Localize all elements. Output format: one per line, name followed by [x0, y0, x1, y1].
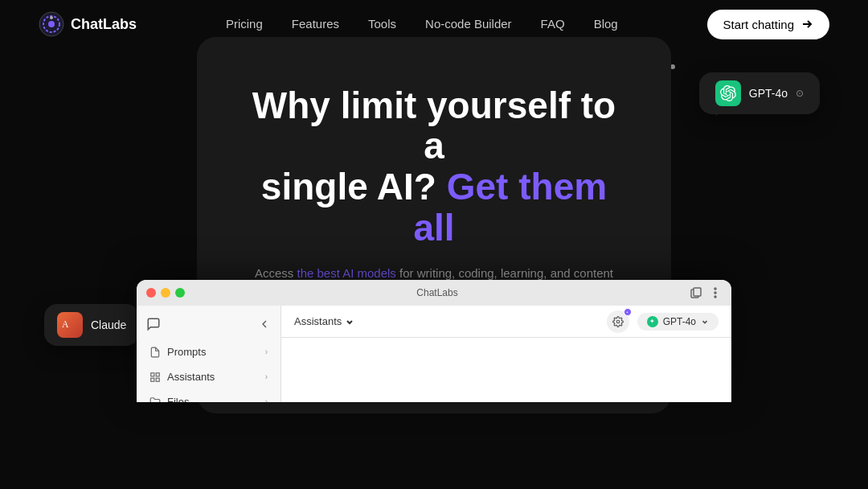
claude-icon: A — [57, 312, 83, 338]
nav-faq[interactable]: FAQ — [541, 17, 565, 31]
assistants-tab[interactable]: Assistants — [294, 315, 354, 327]
gpt-icon — [715, 80, 741, 106]
gpt-model-selector[interactable]: ✦ GPT-4o — [637, 313, 719, 331]
nav-links: Pricing Features Tools No-code Builder F… — [226, 17, 618, 31]
logo[interactable]: ChatLabs — [39, 11, 137, 37]
gpt-expand-icon: ⊙ — [796, 88, 804, 99]
svg-point-9 — [714, 296, 716, 298]
svg-point-7 — [714, 288, 716, 290]
files-icon — [149, 397, 161, 403]
svg-text:A: A — [62, 319, 69, 330]
files-chevron: › — [265, 397, 268, 402]
navbar: ChatLabs Pricing Features Tools No-code … — [0, 0, 868, 48]
close-button[interactable] — [146, 288, 156, 298]
model-chevron-icon — [701, 318, 709, 326]
app-content — [281, 338, 731, 402]
gpt-status-dot: ✦ — [647, 316, 658, 327]
traffic-lights — [146, 288, 185, 298]
app-window: ChatLabs Prompts › — [137, 280, 731, 402]
sidebar-header — [137, 312, 280, 336]
nav-nocode[interactable]: No-code Builder — [425, 17, 512, 31]
gpt-float-card: GPT-4o ⊙ — [699, 72, 820, 114]
settings-badge-button[interactable]: • — [607, 310, 629, 333]
hero-title: Why limit yourself to a single AI? Get t… — [245, 85, 623, 248]
gpt-model-label: GPT-4o — [663, 316, 696, 327]
sidebar-item-prompts[interactable]: Prompts › — [137, 339, 280, 364]
svg-point-3 — [50, 16, 53, 19]
app-topbar: Assistants • ✦ GPT-4o — [281, 306, 731, 338]
copy-icon[interactable] — [690, 286, 702, 299]
nav-tools[interactable]: Tools — [368, 17, 396, 31]
claude-float-card: A Claude — [44, 304, 139, 346]
svg-rect-10 — [151, 372, 154, 376]
ai-models-link[interactable]: the best AI models — [297, 266, 395, 280]
maximize-button[interactable] — [175, 288, 185, 298]
svg-rect-12 — [156, 378, 159, 381]
svg-point-14 — [616, 320, 620, 323]
gpt-label: GPT-4o — [749, 87, 788, 100]
arrow-right-icon — [800, 18, 813, 31]
collapse-icon[interactable] — [258, 318, 271, 331]
sidebar-item-assistants[interactable]: Assistants › — [137, 364, 280, 389]
topbar-right: • ✦ GPT-4o — [607, 310, 719, 333]
hero-section: GPT-4o ⊙ ▶ Why limit yourself to a singl… — [0, 48, 868, 394]
assistants-chevron-icon — [345, 317, 354, 327]
svg-rect-13 — [151, 378, 154, 381]
nav-pricing[interactable]: Pricing — [226, 17, 263, 31]
app-titlebar: ChatLabs — [137, 280, 731, 306]
nav-features[interactable]: Features — [292, 17, 339, 31]
nav-blog[interactable]: Blog — [594, 17, 618, 31]
logo-icon — [39, 11, 64, 37]
settings-icon — [612, 316, 624, 327]
prompts-icon — [149, 347, 161, 358]
start-chatting-button[interactable]: Start chatting — [707, 10, 829, 39]
claude-label: Claude — [91, 318, 126, 331]
minimize-button[interactable] — [161, 288, 170, 298]
app-main: Assistants • ✦ GPT-4o — [281, 306, 731, 402]
sidebar-item-files[interactable]: Files › — [137, 389, 280, 402]
svg-rect-11 — [156, 372, 159, 376]
svg-point-8 — [714, 292, 716, 294]
app-title: ChatLabs — [416, 287, 457, 298]
logo-text: ChatLabs — [71, 16, 137, 33]
svg-point-2 — [48, 21, 55, 27]
settings-badge: • — [624, 308, 632, 316]
assistants-chevron: › — [265, 372, 268, 381]
chat-icon — [146, 317, 161, 331]
app-sidebar: Prompts › Assistants › Files — [137, 306, 281, 402]
titlebar-actions — [690, 286, 722, 299]
prompts-chevron: › — [265, 347, 268, 356]
more-options-icon[interactable] — [709, 286, 722, 299]
assistants-icon — [149, 372, 161, 383]
prompts-label: Prompts — [167, 346, 206, 358]
svg-rect-6 — [694, 288, 701, 296]
files-label: Files — [167, 396, 189, 402]
app-body: Prompts › Assistants › Files — [137, 306, 731, 402]
assistants-label: Assistants — [167, 371, 215, 383]
